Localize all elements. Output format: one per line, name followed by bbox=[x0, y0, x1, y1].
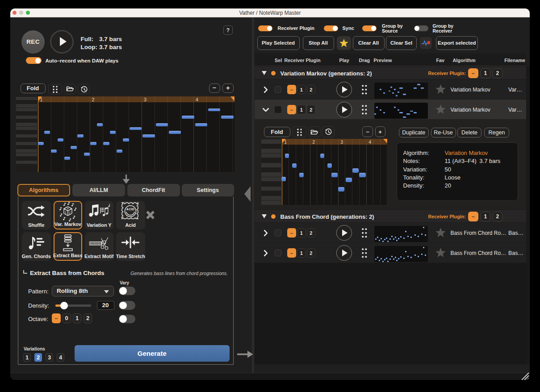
svg-text:ACID: ACID bbox=[126, 208, 134, 211]
